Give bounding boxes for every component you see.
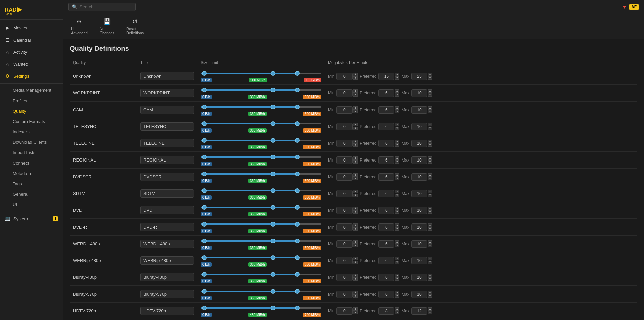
mbpm-preferred-input[interactable]: [378, 190, 394, 197]
mbpm-preferred-up[interactable]: ▲: [395, 274, 399, 277]
mbpm-max-up[interactable]: ▲: [428, 123, 432, 126]
mbpm-min-down[interactable]: ▼: [353, 177, 358, 180]
mbpm-max-input[interactable]: [411, 156, 427, 164]
mbpm-max-up[interactable]: ▲: [428, 140, 432, 143]
slider-thumb-mid[interactable]: [271, 188, 275, 193]
quality-title-input[interactable]: [140, 156, 194, 164]
size-slider-track[interactable]: [201, 254, 321, 261]
mbpm-min-down[interactable]: ▼: [353, 311, 358, 314]
mbpm-max-down[interactable]: ▼: [428, 177, 432, 180]
mbpm-min-up[interactable]: ▲: [353, 223, 358, 227]
mbpm-min-input[interactable]: [336, 73, 353, 80]
sidebar-item-import-lists[interactable]: Import Lists: [0, 147, 63, 158]
mbpm-min-down[interactable]: ▼: [353, 93, 358, 97]
slider-thumb-max[interactable]: [295, 105, 300, 109]
mbpm-preferred-down[interactable]: ▼: [395, 177, 399, 180]
quality-title-input[interactable]: [140, 122, 194, 131]
mbpm-preferred-up[interactable]: ▲: [395, 123, 399, 126]
slider-thumb-max[interactable]: [295, 172, 300, 176]
mbpm-preferred-down[interactable]: ▼: [395, 93, 399, 97]
mbpm-max-up[interactable]: ▲: [428, 106, 432, 110]
sidebar-item-profiles[interactable]: Profiles: [0, 95, 63, 106]
slider-thumb-min[interactable]: [202, 255, 207, 260]
slider-thumb-max[interactable]: [295, 289, 300, 294]
mbpm-preferred-input[interactable]: [378, 307, 394, 315]
mbpm-preferred-up[interactable]: ▲: [395, 156, 399, 160]
quality-title-input[interactable]: [140, 106, 194, 114]
mbpm-max-up[interactable]: ▲: [428, 73, 432, 76]
mbpm-preferred-down[interactable]: ▼: [395, 277, 399, 281]
quality-title-input[interactable]: [140, 273, 194, 281]
slider-thumb-max[interactable]: [295, 205, 300, 210]
quality-title-input[interactable]: [140, 206, 194, 214]
size-slider-track[interactable]: [201, 288, 321, 295]
quality-title-input[interactable]: [140, 72, 194, 80]
slider-thumb-mid[interactable]: [271, 205, 275, 210]
mbpm-max-down[interactable]: ▼: [428, 277, 432, 281]
mbpm-min-up[interactable]: ▲: [353, 240, 358, 244]
sidebar-item-metadata[interactable]: Metadata: [0, 168, 63, 179]
slider-thumb-min[interactable]: [202, 88, 207, 92]
mbpm-max-input[interactable]: [411, 257, 427, 264]
mbpm-max-input[interactable]: [411, 190, 427, 197]
sidebar-item-system[interactable]: 💻 System 1: [0, 213, 63, 225]
size-slider-track[interactable]: [201, 137, 321, 144]
mbpm-preferred-up[interactable]: ▲: [395, 106, 399, 110]
quality-title-input[interactable]: [140, 307, 194, 315]
mbpm-min-up[interactable]: ▲: [353, 307, 358, 311]
mbpm-min-up[interactable]: ▲: [353, 140, 358, 143]
mbpm-preferred-input[interactable]: [378, 291, 394, 298]
slider-thumb-max[interactable]: [295, 155, 300, 159]
size-slider-track[interactable]: [201, 221, 321, 228]
slider-thumb-min[interactable]: [202, 306, 207, 310]
mbpm-preferred-down[interactable]: ▼: [395, 311, 399, 314]
mbpm-preferred-down[interactable]: ▼: [395, 160, 399, 164]
size-slider-track[interactable]: [201, 187, 321, 194]
mbpm-preferred-input[interactable]: [378, 173, 394, 181]
mbpm-preferred-input[interactable]: [378, 73, 394, 80]
mbpm-max-down[interactable]: ▼: [428, 194, 432, 197]
quality-title-input[interactable]: [140, 290, 194, 298]
size-slider-track[interactable]: [201, 271, 321, 278]
slider-thumb-max[interactable]: [295, 272, 300, 277]
size-slider-track[interactable]: [201, 171, 321, 177]
mbpm-max-up[interactable]: ▲: [428, 240, 432, 244]
sidebar-item-tags[interactable]: Tags: [0, 179, 63, 189]
slider-thumb-mid[interactable]: [271, 105, 275, 109]
mbpm-min-input[interactable]: [336, 156, 353, 164]
mbpm-min-up[interactable]: ▲: [353, 274, 358, 277]
mbpm-preferred-input[interactable]: [378, 274, 394, 281]
mbpm-max-up[interactable]: ▲: [428, 307, 432, 311]
size-slider-track[interactable]: [201, 120, 321, 127]
mbpm-max-down[interactable]: ▼: [428, 261, 432, 264]
mbpm-max-down[interactable]: ▼: [428, 244, 432, 247]
mbpm-min-up[interactable]: ▲: [353, 207, 358, 210]
mbpm-min-down[interactable]: ▼: [353, 210, 358, 214]
sidebar-item-connect[interactable]: Connect: [0, 158, 63, 168]
mbpm-min-down[interactable]: ▼: [353, 160, 358, 164]
mbpm-max-down[interactable]: ▼: [428, 143, 432, 147]
slider-thumb-mid[interactable]: [271, 255, 275, 260]
quality-title-input[interactable]: [140, 256, 194, 265]
mbpm-preferred-input[interactable]: [378, 240, 394, 248]
mbpm-max-down[interactable]: ▼: [428, 311, 432, 314]
mbpm-preferred-input[interactable]: [378, 106, 394, 114]
mbpm-min-down[interactable]: ▼: [353, 227, 358, 231]
slider-thumb-max[interactable]: [295, 121, 300, 126]
slider-thumb-mid[interactable]: [271, 155, 275, 159]
mbpm-max-down[interactable]: ▼: [428, 93, 432, 97]
no-changes-button[interactable]: 💾 NoChanges: [97, 17, 117, 36]
sidebar-item-quality[interactable]: Quality: [0, 106, 63, 116]
mbpm-max-input[interactable]: [411, 106, 427, 114]
mbpm-preferred-input[interactable]: [378, 89, 394, 97]
slider-thumb-min[interactable]: [202, 71, 207, 76]
mbpm-max-input[interactable]: [411, 73, 427, 80]
slider-thumb-min[interactable]: [202, 289, 207, 294]
mbpm-preferred-input[interactable]: [378, 223, 394, 231]
mbpm-preferred-input[interactable]: [378, 207, 394, 214]
slider-thumb-max[interactable]: [295, 239, 300, 243]
mbpm-preferred-down[interactable]: ▼: [395, 194, 399, 197]
size-slider-track[interactable]: [201, 154, 321, 161]
mbpm-max-down[interactable]: ▼: [428, 227, 432, 231]
mbpm-preferred-up[interactable]: ▲: [395, 73, 399, 76]
